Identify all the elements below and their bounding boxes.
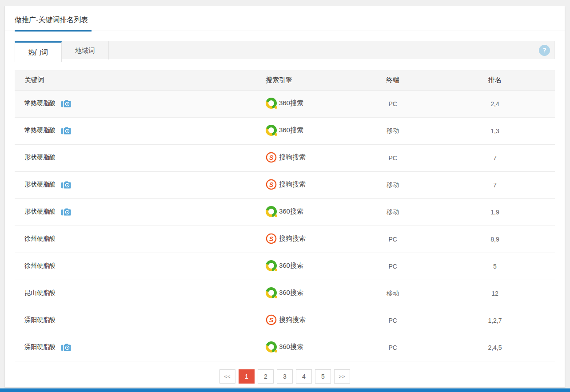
table-body: 常熟硬脂酸 360搜索 PC 2,4 常熟硬脂酸 [15, 90, 555, 361]
engine-360-icon [266, 287, 277, 298]
page-button-2[interactable]: 2 [258, 369, 274, 384]
keyword-label: 徐州硬脂酸 [24, 235, 56, 242]
rank-value: 7 [435, 171, 555, 198]
search-engine: S 搜狗搜索 [266, 233, 306, 244]
rank-value: 2,4,5 [435, 334, 555, 361]
terminal-value: PC [351, 144, 435, 171]
column-header-terminal: 终端 [351, 70, 435, 90]
page-button-1[interactable]: 1 [239, 369, 255, 384]
column-header-engine: 搜索引擎 [262, 70, 351, 90]
keyword-label: 徐州硬脂酸 [24, 262, 56, 269]
tab-bar: 热门词 地域词 ? [15, 41, 555, 59]
keyword-label: 溧阳硬脂酸 [24, 344, 56, 351]
terminal-value: 移动 [351, 171, 435, 198]
rank-value: 5 [435, 253, 555, 280]
page-next-button[interactable]: >> [334, 369, 350, 384]
keyword-label: 常熟硬脂酸 [24, 100, 56, 107]
search-engine: 360搜索 [266, 287, 303, 298]
page-button-4[interactable]: 4 [296, 369, 312, 384]
engine-360-icon [266, 125, 277, 136]
engine-label: 搜狗搜索 [279, 234, 306, 243]
engine-360-icon [266, 98, 277, 109]
terminal-value: 移动 [351, 280, 435, 307]
rank-value: 1,3 [435, 117, 555, 144]
table-row: 徐州硬脂酸 360搜索 PC 5 [15, 253, 555, 280]
footer-bar [0, 388, 570, 392]
help-icon[interactable]: ? [539, 45, 550, 56]
engine-label: 搜狗搜索 [279, 153, 306, 162]
terminal-value: PC [351, 307, 435, 334]
engine-label: 搜狗搜索 [279, 180, 306, 189]
keyword-label: 溧阳硬脂酸 [24, 317, 56, 324]
page-button-5[interactable]: 5 [315, 369, 331, 384]
engine-label: 360搜索 [279, 289, 303, 297]
terminal-value: PC [351, 90, 435, 117]
engine-label: 360搜索 [279, 207, 303, 216]
table-row: 溧阳硬脂酸 360搜索 PC 2,4,5 [15, 334, 555, 361]
camera-icon[interactable] [61, 100, 71, 107]
rank-value: 12 [435, 280, 555, 307]
title-block: 做推广-关键词排名列表 [5, 6, 565, 31]
svg-text:S: S [269, 154, 274, 161]
page-button-3[interactable]: 3 [277, 369, 293, 384]
svg-text:S: S [269, 316, 274, 323]
engine-360-icon [266, 341, 277, 352]
keyword-label: 形状硬脂酸 [24, 154, 56, 161]
camera-icon[interactable] [61, 344, 71, 351]
rank-value: 1,2,7 [435, 307, 555, 334]
table-row: 常熟硬脂酸 360搜索 移动 1,3 [15, 117, 555, 144]
column-header-keyword: 关键词 [15, 70, 262, 90]
content-card: 做推广-关键词排名列表 热门词 地域词 ? 关键词 搜索引擎 终端 排名 [4, 6, 565, 388]
search-engine: 360搜索 [266, 206, 303, 217]
table-row: 溧阳硬脂酸 S 搜狗搜索 PC 1,2,7 [15, 307, 555, 334]
page: 做推广-关键词排名列表 热门词 地域词 ? 关键词 搜索引擎 终端 排名 [0, 0, 570, 392]
sogou-icon: S [266, 152, 277, 163]
pagination: << 12345>> [5, 361, 565, 384]
rank-value: 2,4 [435, 90, 555, 117]
svg-text:S: S [269, 181, 274, 188]
page-title: 做推广-关键词排名列表 [15, 16, 92, 32]
engine-label: 360搜索 [279, 343, 303, 351]
keyword-label: 常熟硬脂酸 [24, 127, 56, 134]
search-engine: S 搜狗搜索 [266, 152, 306, 163]
search-engine: S 搜狗搜索 [266, 314, 306, 325]
column-header-rank: 排名 [435, 70, 555, 90]
camera-icon[interactable] [61, 208, 71, 216]
tab-hot-words[interactable]: 热门词 [15, 41, 62, 62]
terminal-value: PC [351, 226, 435, 253]
search-engine: 360搜索 [266, 260, 303, 271]
table-row: 昆山硬脂酸 360搜索 移动 12 [15, 280, 555, 307]
engine-label: 360搜索 [279, 99, 303, 107]
table-row: 形状硬脂酸 S 搜狗搜索 PC 7 [15, 144, 555, 171]
sogou-icon: S [266, 179, 277, 190]
search-engine: S 搜狗搜索 [266, 179, 306, 190]
terminal-value: PC [351, 334, 435, 361]
search-engine: 360搜索 [266, 125, 303, 136]
table-header-row: 关键词 搜索引擎 终端 排名 [15, 70, 555, 90]
engine-360-icon [266, 206, 277, 217]
engine-label: 360搜索 [279, 261, 303, 270]
rank-value: 1,9 [435, 198, 555, 226]
camera-icon[interactable] [61, 181, 71, 189]
keyword-label: 形状硬脂酸 [24, 181, 56, 188]
engine-360-icon [266, 260, 277, 271]
rank-value: 8,9 [435, 226, 555, 253]
camera-icon[interactable] [61, 127, 71, 135]
table-row: 形状硬脂酸 S 搜狗搜索 [15, 171, 555, 198]
keyword-rank-table: 关键词 搜索引擎 终端 排名 常熟硬脂酸 [15, 70, 555, 361]
svg-text:S: S [269, 235, 274, 242]
tab-region-words[interactable]: 地域词 [62, 41, 109, 59]
terminal-value: 移动 [351, 198, 435, 226]
engine-label: 360搜索 [279, 126, 303, 135]
table-row: 徐州硬脂酸 S 搜狗搜索 PC 8,9 [15, 226, 555, 253]
page-prev-button[interactable]: << [219, 369, 235, 384]
rank-value: 7 [435, 144, 555, 171]
keyword-label: 昆山硬脂酸 [24, 289, 56, 297]
terminal-value: PC [351, 253, 435, 280]
search-engine: 360搜索 [266, 98, 303, 109]
terminal-value: 移动 [351, 117, 435, 144]
engine-label: 搜狗搜索 [279, 316, 306, 324]
keyword-label: 形状硬脂酸 [24, 208, 56, 215]
sogou-icon: S [266, 314, 277, 325]
sogou-icon: S [266, 233, 277, 244]
